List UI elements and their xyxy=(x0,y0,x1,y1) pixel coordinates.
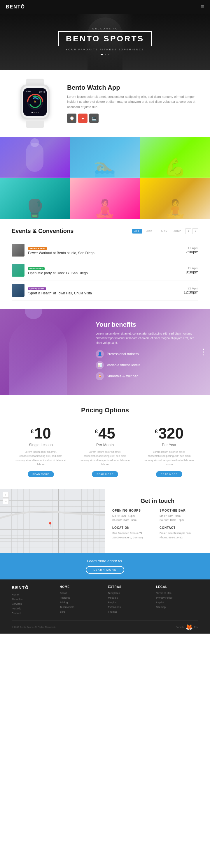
hero-dot-2[interactable] xyxy=(105,54,106,55)
footer-link-themes[interactable]: Themes xyxy=(108,610,150,614)
photo-cell-2: 🏊 xyxy=(70,137,140,178)
contact-col-hours: OPENING HOURS Mo-Fr: 8am - 10pm Sa-Sun: … xyxy=(112,509,155,522)
pricing-btn-2[interactable]: READ MORE xyxy=(92,471,118,477)
watch-icon-active[interactable]: ● xyxy=(78,114,87,123)
footer-link-home[interactable]: Home xyxy=(12,592,54,597)
pricing-currency-1: € xyxy=(31,429,33,434)
footer-top: BENTŌ Home About Us Services Portfolio C… xyxy=(12,585,198,616)
watch-screen-dot-2 xyxy=(33,112,35,113)
pricing-card-2: €45 Per Month Lorem ipsum dolor sit amet… xyxy=(76,423,134,480)
event-date-2: 19 April 8:30pm xyxy=(186,267,198,274)
map-zoom-out[interactable]: − xyxy=(3,498,9,504)
event-info-2: PAID EVENT Open Mic party at Dock 17, Sa… xyxy=(28,265,182,275)
event-date-1: 17 April 7:00pm xyxy=(186,246,198,254)
footer-col-extras: EXTRAS Templates Modules Plugins Extensi… xyxy=(108,585,150,616)
event-badge-1: SPORT EVENT xyxy=(28,247,47,250)
footer-link-imprint[interactable]: Imprint xyxy=(156,600,198,605)
footer-extras-title: EXTRAS xyxy=(108,585,150,588)
smoothie-bar-line1: Mo-Fr: 9am - 9pm xyxy=(160,514,203,518)
footer-link-testimonials[interactable]: Testimonials xyxy=(60,605,102,610)
contact-col-smoothie: SMOOTHIE BAR Mo-Fr: 9am - 9pm Sa-Sun: 10… xyxy=(160,509,203,522)
events-header: Events & Conventions ALL APRIL MAY JUNE … xyxy=(12,228,198,235)
event-date-day-1: 17 April xyxy=(186,246,198,250)
pricing-card-1: €10 Single Lesson Lorem ipsum dolor sit … xyxy=(12,423,70,480)
watch-section: Activity 09:45 🏃 Bento Watch A xyxy=(0,70,210,137)
benefit-icon-3: 🍹 xyxy=(96,372,104,380)
apple-watch-icon: ⌚ xyxy=(70,116,74,121)
footer-link-about2[interactable]: About xyxy=(60,591,102,595)
contact-col-contact: CONTACT Email: mail@example.com Phone: 5… xyxy=(160,526,203,539)
benefits-dot-2[interactable] xyxy=(203,351,204,353)
events-tab-april[interactable]: APRIL xyxy=(145,229,157,234)
footer-link-sitemap[interactable]: Sitemap xyxy=(156,605,198,610)
benefit-text-1: Professional trainers xyxy=(107,352,138,356)
smoothie-icon: 🍹 xyxy=(98,374,102,378)
photo-cell-6: 🧘 xyxy=(140,178,210,219)
contact-info: Get in touch OPENING HOURS Mo-Fr: 8am - … xyxy=(105,489,210,553)
pricing-period-1: Single Lesson xyxy=(15,442,67,447)
photo-cell-3: 💪 xyxy=(140,137,210,178)
events-tab-june[interactable]: JUNE xyxy=(172,229,183,234)
event-info-1: SPORT EVENT Power Workout at Bento studi… xyxy=(28,245,182,255)
watch-icon-apple[interactable]: ⌚ xyxy=(67,114,76,123)
photo-cell-1 xyxy=(0,137,70,178)
footer-link-contact[interactable]: Contact xyxy=(12,611,54,616)
event-thumb-1 xyxy=(12,244,25,256)
benefits-dot-3[interactable] xyxy=(203,354,204,355)
event-item-3: CONVENTION 'Sport & Health' at Town Hall… xyxy=(12,280,198,301)
site-footer: BENTŌ Home About Us Services Portfolio C… xyxy=(0,580,210,633)
footer-link-terms[interactable]: Terms of Use xyxy=(156,591,198,595)
pricing-amount-2: €45 xyxy=(79,426,131,441)
watch-time-display: 09:45 xyxy=(39,91,45,93)
footer-link-portfolio[interactable]: Portfolio xyxy=(12,606,54,611)
footer-col-brand: BENTŌ Home About Us Services Portfolio C… xyxy=(12,585,54,616)
site-logo: BENTŌ xyxy=(6,4,25,10)
contact-cols: OPENING HOURS Mo-Fr: 8am - 10pm Sa-Sun: … xyxy=(112,509,203,540)
pricing-btn-3[interactable]: READ MORE xyxy=(156,471,182,477)
footer-link-plugins[interactable]: Plugins xyxy=(108,600,150,605)
watch-icon-desktop[interactable]: 💻 xyxy=(89,114,99,123)
events-tab-may[interactable]: MAY xyxy=(160,229,169,234)
footer-link-services[interactable]: Services xyxy=(12,601,54,606)
event-item-1: SPORT EVENT Power Workout at Bento studi… xyxy=(12,240,198,260)
contact-phone: Phone: 555-317432 xyxy=(160,535,203,539)
pricing-currency-3: € xyxy=(155,429,158,434)
location-label: LOCATION xyxy=(112,526,155,529)
footer-copyright: © 2015 Bento Sports. All Rights Reserved… xyxy=(12,626,56,628)
footer-link-privacy[interactable]: Privacy Policy xyxy=(156,595,198,600)
pricing-currency-2: € xyxy=(95,429,98,434)
events-prev-btn[interactable]: ‹ xyxy=(185,228,191,234)
map-zoom-in[interactable]: + xyxy=(3,492,9,498)
footer-link-about[interactable]: About Us xyxy=(12,597,54,601)
footer-logo: BENTŌ xyxy=(12,585,54,590)
footer-link-pricing[interactable]: Pricing xyxy=(60,600,102,605)
benefits-side-dots xyxy=(203,349,204,355)
footer-link-extensions[interactable]: Extensions xyxy=(108,605,150,610)
watch-description: Lorem ipsum dolor sit amet, consectetur … xyxy=(67,94,198,110)
footer-link-modules[interactable]: Modules xyxy=(108,595,150,600)
watch-title: Bento Watch App xyxy=(67,84,198,91)
benefit-item-1: 👤 Professional trainers xyxy=(96,350,198,358)
joomlafox-brand: Joomla 🦊 Fox xyxy=(176,624,198,631)
hero-dot-1[interactable] xyxy=(101,54,103,55)
benefit-item-3: 🍹 Smoothie & fruit bar xyxy=(96,372,198,380)
benefits-dot-1[interactable] xyxy=(203,349,204,350)
hamburger-menu[interactable]: ≡ xyxy=(201,3,204,10)
events-next-btn[interactable]: › xyxy=(192,228,198,234)
map-controls: + − xyxy=(3,492,9,504)
hero-dot-3[interactable] xyxy=(108,54,109,55)
events-tab-all[interactable]: ALL xyxy=(132,229,142,234)
benefits-description: Lorem ipsum dolor sit amet, consectetur … xyxy=(96,331,198,345)
hero-content: WELCOME TO BENTO SPORTS YOUR FAVORITE FI… xyxy=(58,27,152,55)
photo-grid: 🏊 💪 🥊 🧘 🧘 xyxy=(0,137,210,219)
footer-link-templates[interactable]: Templates xyxy=(108,591,150,595)
footer-link-blog[interactable]: Blog xyxy=(60,610,102,614)
pricing-btn-1[interactable]: READ MORE xyxy=(28,471,54,477)
cta-button[interactable]: LEARN MORE xyxy=(86,566,124,574)
person-icon: 👤 xyxy=(98,352,102,356)
joomlafox-text: Joomla xyxy=(176,626,184,629)
footer-link-features[interactable]: Features xyxy=(60,595,102,600)
benefits-section: Your benefits Lorem ipsum dolor sit amet… xyxy=(0,309,210,395)
events-section: Events & Conventions ALL APRIL MAY JUNE … xyxy=(0,219,210,309)
event-name-3: 'Sport & Health' at Town Hall, Chula Vis… xyxy=(28,291,180,295)
